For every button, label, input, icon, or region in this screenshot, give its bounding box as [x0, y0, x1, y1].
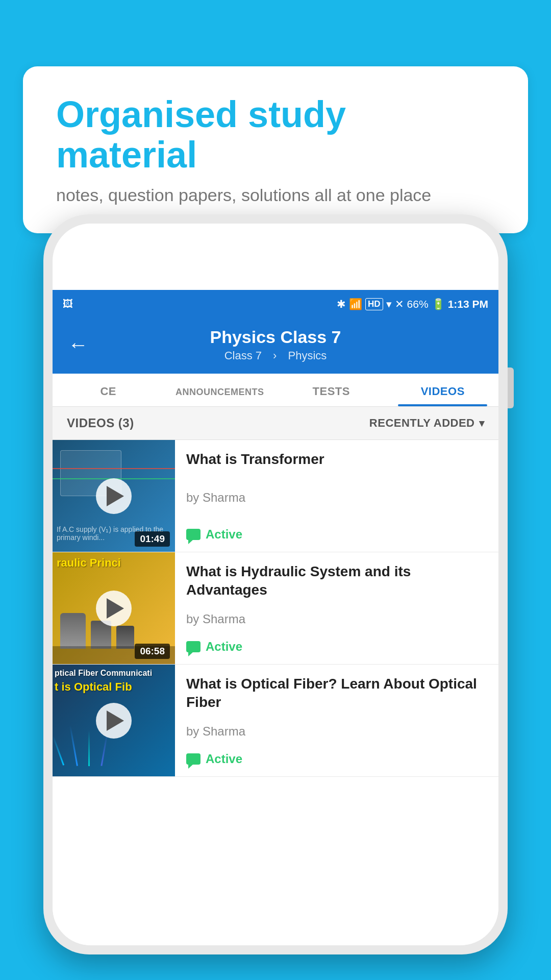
- video-item-3[interactable]: ptical Fiber Communicati t is Optical Fi…: [53, 665, 498, 777]
- bluetooth-icon: ✱: [337, 298, 346, 310]
- status-bar: 🖼 ✱ 📶 HD ▾ ✕ 66% 🔋 1:13 PM: [53, 290, 498, 318]
- optical-thumb-line2: t is Optical Fib: [55, 680, 173, 694]
- video-title-3: What is Optical Fiber? Learn About Optic…: [186, 675, 487, 712]
- sort-button[interactable]: RECENTLY ADDED ▾: [369, 416, 484, 430]
- video-title-1: What is Transformer: [186, 450, 487, 469]
- hd-badge: HD: [365, 298, 383, 310]
- list-header: VIDEOS (3) RECENTLY ADDED ▾: [53, 407, 498, 440]
- play-icon-1: [107, 486, 124, 506]
- duration-badge-2: 06:58: [135, 644, 170, 659]
- bubble-subtitle: notes, question papers, solutions all at…: [56, 185, 495, 205]
- signal-x-icon: ✕: [395, 298, 404, 310]
- tab-ce[interactable]: CE: [53, 374, 164, 406]
- back-button[interactable]: ←: [68, 333, 88, 356]
- optical-thumb-line1: ptical Fiber Communicati: [55, 669, 173, 678]
- breadcrumb-subject: Physics: [288, 349, 327, 362]
- cylinder-3: [116, 626, 134, 649]
- breadcrumb-class: Class 7: [224, 349, 262, 362]
- fiber-4: [101, 733, 108, 766]
- screen: 🖼 ✱ 📶 HD ▾ ✕ 66% 🔋 1:13 PM ←: [53, 290, 498, 945]
- status-left-icons: 🖼: [63, 298, 73, 310]
- chevron-down-icon: ▾: [479, 417, 485, 429]
- video-info-3: What is Optical Fiber? Learn About Optic…: [175, 665, 498, 776]
- tabs-bar: CE ANNOUNCEMENTS TESTS VIDEOS: [53, 374, 498, 407]
- wifi-icon: ▾: [386, 298, 392, 310]
- cylinder-1: [60, 613, 86, 649]
- video-author-1: by Sharma: [186, 491, 487, 505]
- video-status-2: Active: [186, 640, 487, 654]
- sort-label: RECENTLY ADDED: [369, 416, 475, 430]
- wire-1: [53, 468, 175, 469]
- fiber-3: [88, 730, 90, 766]
- phone-inner: 🖼 ✱ 📶 HD ▾ ✕ 66% 🔋 1:13 PM ←: [53, 224, 498, 945]
- video-status-1: Active: [186, 527, 487, 542]
- video-thumb-2: raulic Princi 06:58: [53, 552, 175, 664]
- status-label-1: Active: [206, 527, 242, 542]
- breadcrumb-separator: ›: [273, 349, 277, 362]
- battery-icon: 🔋: [432, 298, 445, 310]
- hydraulic-thumb-text: raulic Princi: [57, 556, 171, 570]
- bubble-title: Organised study material: [56, 94, 495, 175]
- app-bar: ← Physics Class 7 Class 7 › Physics: [53, 318, 498, 374]
- fiber-2: [69, 725, 78, 766]
- play-icon-2: [107, 598, 124, 619]
- time-display: 1:13 PM: [448, 298, 488, 310]
- image-icon: 🖼: [63, 298, 73, 310]
- chat-icon-1: [186, 529, 201, 540]
- video-author-2: by Sharma: [186, 612, 487, 626]
- tab-announcements[interactable]: ANNOUNCEMENTS: [164, 374, 276, 406]
- signal-icon: 📶: [349, 298, 362, 310]
- play-button-2[interactable]: [96, 591, 132, 626]
- play-button-3[interactable]: [96, 703, 132, 739]
- video-thumb-1: If A.C supply (V₁) is applied to the pri…: [53, 440, 175, 552]
- battery-percent: 66%: [407, 298, 429, 310]
- chat-icon-3: [186, 753, 201, 765]
- status-right: ✱ 📶 HD ▾ ✕ 66% 🔋 1:13 PM: [337, 298, 488, 310]
- video-thumb-3: ptical Fiber Communicati t is Optical Fi…: [53, 665, 175, 776]
- video-title-2: What is Hydraulic System and its Advanta…: [186, 562, 487, 600]
- app-bar-title-group: Physics Class 7 Class 7 › Physics: [101, 327, 450, 362]
- app-bar-title: Physics Class 7: [101, 327, 450, 347]
- chat-icon-2: [186, 641, 201, 652]
- phone-side-button: [508, 368, 514, 408]
- play-icon-3: [107, 710, 124, 731]
- speech-bubble: Organised study material notes, question…: [23, 66, 528, 233]
- video-info-1: What is Transformer by Sharma Active: [175, 440, 498, 552]
- video-item-2[interactable]: raulic Princi 06:58: [53, 552, 498, 665]
- status-label-3: Active: [206, 752, 242, 766]
- duration-badge-1: 01:49: [135, 531, 170, 547]
- video-item-1[interactable]: If A.C supply (V₁) is applied to the pri…: [53, 440, 498, 552]
- optical-text-overlay: ptical Fiber Communicati t is Optical Fi…: [55, 669, 173, 694]
- status-label-2: Active: [206, 640, 242, 654]
- video-info-2: What is Hydraulic System and its Advanta…: [175, 552, 498, 664]
- fiber-1: [53, 736, 64, 765]
- phone-mockup: 🖼 ✱ 📶 HD ▾ ✕ 66% 🔋 1:13 PM ←: [43, 214, 508, 980]
- video-status-3: Active: [186, 752, 487, 766]
- app-bar-breadcrumb: Class 7 › Physics: [101, 349, 450, 362]
- video-count: VIDEOS (3): [67, 416, 134, 430]
- video-author-3: by Sharma: [186, 724, 487, 739]
- play-button-1[interactable]: [96, 478, 132, 514]
- phone-outer: 🖼 ✱ 📶 HD ▾ ✕ 66% 🔋 1:13 PM ←: [43, 214, 508, 954]
- hydraulic-text-overlay: raulic Princi: [53, 556, 175, 570]
- tab-tests[interactable]: TESTS: [276, 374, 387, 406]
- tab-videos[interactable]: VIDEOS: [387, 374, 499, 406]
